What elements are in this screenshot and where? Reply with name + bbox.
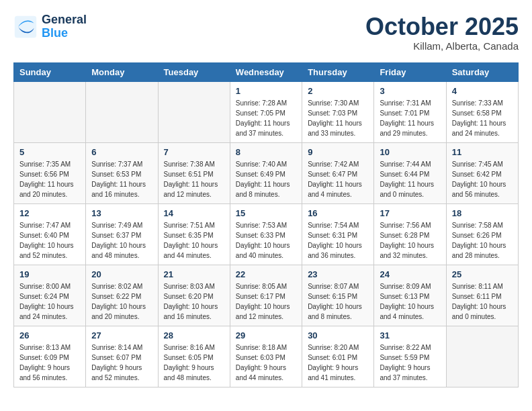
calendar-cell: 24Sunrise: 8:09 AMSunset: 6:13 PMDayligh… xyxy=(374,265,446,326)
weekday-header-monday: Monday xyxy=(86,62,158,81)
day-number: 21 xyxy=(164,269,224,279)
calendar-cell: 8Sunrise: 7:40 AMSunset: 6:49 PMDaylight… xyxy=(230,142,302,203)
calendar-cell: 20Sunrise: 8:02 AMSunset: 6:22 PMDayligh… xyxy=(86,265,158,326)
calendar-cell: 23Sunrise: 8:07 AMSunset: 6:15 PMDayligh… xyxy=(302,265,374,326)
weekday-header-thursday: Thursday xyxy=(302,62,374,81)
day-detail: Sunrise: 7:47 AMSunset: 6:40 PMDaylight:… xyxy=(19,220,80,261)
day-number: 5 xyxy=(19,147,80,157)
day-detail: Sunrise: 8:14 AMSunset: 6:07 PMDaylight:… xyxy=(91,342,152,383)
day-number: 26 xyxy=(19,330,80,340)
calendar-cell: 14Sunrise: 7:51 AMSunset: 6:35 PMDayligh… xyxy=(158,203,230,265)
title-block: October 2025 Killam, Alberta, Canada xyxy=(365,13,519,52)
day-number: 12 xyxy=(19,208,80,218)
day-detail: Sunrise: 7:45 AMSunset: 6:42 PMDaylight:… xyxy=(452,159,513,199)
calendar-cell: 11Sunrise: 7:45 AMSunset: 6:42 PMDayligh… xyxy=(446,142,518,203)
month-title: October 2025 xyxy=(365,13,519,40)
calendar-week-3: 12Sunrise: 7:47 AMSunset: 6:40 PMDayligh… xyxy=(14,203,519,265)
logo: General Blue xyxy=(13,13,87,40)
day-detail: Sunrise: 8:16 AMSunset: 6:05 PMDaylight:… xyxy=(164,342,224,383)
calendar-cell: 16Sunrise: 7:54 AMSunset: 6:31 PMDayligh… xyxy=(302,203,374,265)
day-number: 25 xyxy=(452,269,513,279)
calendar-cell: 12Sunrise: 7:47 AMSunset: 6:40 PMDayligh… xyxy=(14,203,86,265)
day-number: 11 xyxy=(452,147,513,157)
day-detail: Sunrise: 7:44 AMSunset: 6:44 PMDaylight:… xyxy=(380,159,440,199)
day-number: 27 xyxy=(91,330,152,340)
day-detail: Sunrise: 7:38 AMSunset: 6:51 PMDaylight:… xyxy=(164,159,224,199)
day-number: 15 xyxy=(236,208,296,218)
day-detail: Sunrise: 8:18 AMSunset: 6:03 PMDaylight:… xyxy=(236,342,296,383)
day-number: 1 xyxy=(236,86,296,96)
day-detail: Sunrise: 7:40 AMSunset: 6:49 PMDaylight:… xyxy=(236,159,296,199)
day-detail: Sunrise: 8:00 AMSunset: 6:24 PMDaylight:… xyxy=(19,281,80,322)
day-number: 7 xyxy=(164,147,224,157)
calendar-cell: 17Sunrise: 7:56 AMSunset: 6:28 PMDayligh… xyxy=(374,203,446,265)
calendar-cell: 28Sunrise: 8:16 AMSunset: 6:05 PMDayligh… xyxy=(158,326,230,387)
day-detail: Sunrise: 7:58 AMSunset: 6:26 PMDaylight:… xyxy=(452,220,513,261)
day-number: 3 xyxy=(380,86,440,96)
day-number: 16 xyxy=(308,208,368,218)
calendar-cell: 25Sunrise: 8:11 AMSunset: 6:11 PMDayligh… xyxy=(446,265,518,326)
calendar-cell: 19Sunrise: 8:00 AMSunset: 6:24 PMDayligh… xyxy=(14,265,86,326)
day-number: 17 xyxy=(380,208,440,218)
day-number: 20 xyxy=(91,269,152,279)
day-number: 30 xyxy=(308,330,368,340)
day-detail: Sunrise: 8:11 AMSunset: 6:11 PMDaylight:… xyxy=(452,281,513,322)
page-header: General Blue October 2025 Killam, Albert… xyxy=(13,13,519,52)
day-number: 22 xyxy=(236,269,296,279)
calendar-header-row: SundayMondayTuesdayWednesdayThursdayFrid… xyxy=(14,62,519,81)
calendar-cell: 5Sunrise: 7:35 AMSunset: 6:56 PMDaylight… xyxy=(14,142,86,203)
weekday-header-tuesday: Tuesday xyxy=(158,62,230,81)
weekday-header-sunday: Sunday xyxy=(14,62,86,81)
calendar-cell: 10Sunrise: 7:44 AMSunset: 6:44 PMDayligh… xyxy=(374,142,446,203)
calendar-week-4: 19Sunrise: 8:00 AMSunset: 6:24 PMDayligh… xyxy=(14,265,519,326)
weekday-header-wednesday: Wednesday xyxy=(230,62,302,81)
calendar-cell: 7Sunrise: 7:38 AMSunset: 6:51 PMDaylight… xyxy=(158,142,230,203)
day-detail: Sunrise: 7:30 AMSunset: 7:03 PMDaylight:… xyxy=(308,98,368,138)
day-number: 24 xyxy=(380,269,440,279)
day-number: 10 xyxy=(380,147,440,157)
day-detail: Sunrise: 7:53 AMSunset: 6:33 PMDaylight:… xyxy=(236,220,296,261)
calendar-cell xyxy=(86,81,158,142)
calendar-week-2: 5Sunrise: 7:35 AMSunset: 6:56 PMDaylight… xyxy=(14,142,519,203)
calendar-cell: 15Sunrise: 7:53 AMSunset: 6:33 PMDayligh… xyxy=(230,203,302,265)
day-detail: Sunrise: 7:49 AMSunset: 6:37 PMDaylight:… xyxy=(91,220,152,261)
day-number: 13 xyxy=(91,208,152,218)
calendar-cell: 13Sunrise: 7:49 AMSunset: 6:37 PMDayligh… xyxy=(86,203,158,265)
day-number: 23 xyxy=(308,269,368,279)
day-detail: Sunrise: 7:33 AMSunset: 6:58 PMDaylight:… xyxy=(452,98,513,138)
calendar-week-1: 1Sunrise: 7:28 AMSunset: 7:05 PMDaylight… xyxy=(14,81,519,142)
day-detail: Sunrise: 7:56 AMSunset: 6:28 PMDaylight:… xyxy=(380,220,440,261)
day-detail: Sunrise: 7:54 AMSunset: 6:31 PMDaylight:… xyxy=(308,220,368,261)
calendar-cell xyxy=(446,326,518,387)
weekday-header-saturday: Saturday xyxy=(446,62,518,81)
calendar-cell: 9Sunrise: 7:42 AMSunset: 6:47 PMDaylight… xyxy=(302,142,374,203)
day-number: 28 xyxy=(164,330,224,340)
day-detail: Sunrise: 8:07 AMSunset: 6:15 PMDaylight:… xyxy=(308,281,368,322)
calendar-cell: 18Sunrise: 7:58 AMSunset: 6:26 PMDayligh… xyxy=(446,203,518,265)
calendar-table: SundayMondayTuesdayWednesdayThursdayFrid… xyxy=(13,62,519,387)
calendar-cell: 27Sunrise: 8:14 AMSunset: 6:07 PMDayligh… xyxy=(86,326,158,387)
day-number: 29 xyxy=(236,330,296,340)
calendar-cell: 3Sunrise: 7:31 AMSunset: 7:01 PMDaylight… xyxy=(374,81,446,142)
day-detail: Sunrise: 8:03 AMSunset: 6:20 PMDaylight:… xyxy=(164,281,224,322)
day-number: 6 xyxy=(91,147,152,157)
day-detail: Sunrise: 7:37 AMSunset: 6:53 PMDaylight:… xyxy=(91,159,152,199)
calendar-cell xyxy=(158,81,230,142)
day-detail: Sunrise: 8:05 AMSunset: 6:17 PMDaylight:… xyxy=(236,281,296,322)
calendar-cell: 6Sunrise: 7:37 AMSunset: 6:53 PMDaylight… xyxy=(86,142,158,203)
day-number: 4 xyxy=(452,86,513,96)
calendar-cell: 1Sunrise: 7:28 AMSunset: 7:05 PMDaylight… xyxy=(230,81,302,142)
calendar-week-5: 26Sunrise: 8:13 AMSunset: 6:09 PMDayligh… xyxy=(14,326,519,387)
day-detail: Sunrise: 7:51 AMSunset: 6:35 PMDaylight:… xyxy=(164,220,224,261)
calendar-cell: 26Sunrise: 8:13 AMSunset: 6:09 PMDayligh… xyxy=(14,326,86,387)
day-detail: Sunrise: 7:31 AMSunset: 7:01 PMDaylight:… xyxy=(380,98,440,138)
day-detail: Sunrise: 7:28 AMSunset: 7:05 PMDaylight:… xyxy=(236,98,296,138)
weekday-header-friday: Friday xyxy=(374,62,446,81)
day-number: 18 xyxy=(452,208,513,218)
day-detail: Sunrise: 8:20 AMSunset: 6:01 PMDaylight:… xyxy=(308,342,368,383)
calendar-cell: 2Sunrise: 7:30 AMSunset: 7:03 PMDaylight… xyxy=(302,81,374,142)
day-number: 2 xyxy=(308,86,368,96)
day-number: 9 xyxy=(308,147,368,157)
day-number: 8 xyxy=(236,147,296,157)
logo-text: General Blue xyxy=(42,13,87,40)
